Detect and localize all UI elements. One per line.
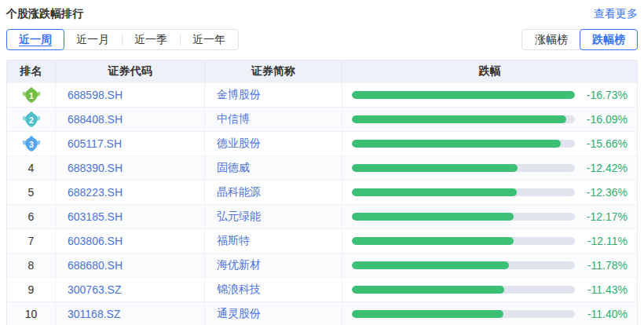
ranking-table: 排名 证券代码 证券简称 跌幅 1 688598.SH 金博股份 -16.73%… <box>6 60 638 325</box>
change-cell: -12.42% <box>342 156 637 180</box>
rank-2-medal-icon: 2 <box>22 111 41 128</box>
table-header-row: 排名 证券代码 证券简称 跌幅 <box>7 60 637 82</box>
stock-code-link[interactable]: 688390.SH <box>68 162 123 174</box>
stock-name-link[interactable]: 海优新材 <box>217 258 261 272</box>
rank-number: 4 <box>28 162 35 174</box>
table-row[interactable]: 6 603185.SH 弘元绿能 -12.17% <box>7 204 637 228</box>
stock-name-link[interactable]: 金博股份 <box>217 88 261 102</box>
rank-cell: 10 <box>7 302 56 325</box>
rank-number: 6 <box>28 210 35 223</box>
tab-last-week[interactable]: 近一周 <box>6 29 64 50</box>
rank-number: 7 <box>28 235 35 247</box>
table-row[interactable]: 4 688390.SH 固德威 -12.42% <box>7 155 637 180</box>
stock-code-link[interactable]: 603806.SH <box>68 235 123 247</box>
name-cell: 弘元绿能 <box>205 205 342 228</box>
decline-bar <box>352 164 518 172</box>
tab-losers[interactable]: 跌幅榜 <box>580 29 638 50</box>
decline-bar-track <box>352 164 575 172</box>
tab-gainers[interactable]: 涨幅榜 <box>522 30 580 49</box>
rank-number: 10 <box>25 308 38 320</box>
rank-cell: 9 <box>7 278 56 301</box>
name-cell: 锦浪科技 <box>205 278 342 301</box>
stock-code-link[interactable]: 603185.SH <box>68 210 123 223</box>
table-row[interactable]: 8 688680.SH 海优新材 -11.78% <box>7 253 637 277</box>
rank-number: 5 <box>28 186 35 199</box>
rank-cell: 3 <box>7 132 56 155</box>
decline-bar <box>352 237 514 245</box>
change-cell: -11.40% <box>342 302 637 325</box>
view-more-link[interactable]: 查看更多 <box>594 7 638 21</box>
stock-code-link[interactable]: 688680.SH <box>68 259 123 272</box>
decline-value: -12.36% <box>575 186 628 199</box>
table-row[interactable]: 2 688408.SH 中信博 -16.09% <box>7 107 637 131</box>
decline-bar-track <box>352 286 575 294</box>
change-cell: -12.36% <box>342 181 637 204</box>
decline-bar-track <box>352 91 575 99</box>
decline-bar <box>352 91 575 99</box>
change-cell: -11.78% <box>342 254 637 277</box>
stock-code-link[interactable]: 688598.SH <box>68 89 123 101</box>
change-cell: -15.66% <box>342 132 637 155</box>
decline-value: -11.78% <box>575 259 628 272</box>
tab-last-quarter[interactable]: 近一季 <box>122 30 180 49</box>
stock-name-link[interactable]: 弘元绿能 <box>217 210 261 224</box>
table-row[interactable]: 3 605117.SH 德业股份 -15.66% <box>7 131 637 155</box>
code-cell: 605117.SH <box>56 132 205 155</box>
column-header-change: 跌幅 <box>342 60 637 82</box>
code-cell: 300763.SZ <box>56 278 205 301</box>
name-cell: 通灵股份 <box>205 302 342 325</box>
decline-value: -16.73% <box>575 89 628 101</box>
decline-bar-track <box>352 213 575 221</box>
decline-bar-track <box>352 261 575 269</box>
name-cell: 海优新材 <box>205 254 342 277</box>
stock-ranking-panel: 个股涨跌幅排行 查看更多 近一周 近一月 近一季 近一年 涨幅榜 跌幅榜 排名 … <box>0 0 644 325</box>
stock-code-link[interactable]: 300763.SZ <box>68 283 122 296</box>
tab-last-month[interactable]: 近一月 <box>64 30 122 49</box>
change-cell: -12.11% <box>342 229 637 253</box>
stock-name-link[interactable]: 福斯特 <box>217 234 250 248</box>
stock-name-link[interactable]: 固德威 <box>217 161 250 175</box>
decline-bar-track <box>352 188 575 196</box>
stock-code-link[interactable]: 605117.SH <box>68 137 122 150</box>
tab-last-year[interactable]: 近一年 <box>180 30 238 49</box>
decline-bar <box>352 213 514 221</box>
table-row[interactable]: 7 603806.SH 福斯特 -12.11% <box>7 228 637 253</box>
stock-name-link[interactable]: 通灵股份 <box>217 307 261 321</box>
stock-name-link[interactable]: 晶科能源 <box>217 185 261 199</box>
code-cell: 688408.SH <box>56 108 205 131</box>
rank-cell: 1 <box>7 83 56 107</box>
decline-value: -12.42% <box>575 162 628 174</box>
table-row[interactable]: 1 688598.SH 金博股份 -16.73% <box>7 82 637 107</box>
stock-name-link[interactable]: 锦浪科技 <box>217 283 261 297</box>
filter-controls: 近一周 近一月 近一季 近一年 涨幅榜 跌幅榜 <box>6 29 638 50</box>
stock-code-link[interactable]: 301168.SZ <box>68 308 120 320</box>
rank-1-medal-icon: 1 <box>22 86 41 104</box>
rank-cell: 8 <box>7 254 56 277</box>
decline-bar <box>352 261 509 269</box>
table-row[interactable]: 9 300763.SZ 锦浪科技 -11.43% <box>7 277 637 301</box>
name-cell: 晶科能源 <box>205 181 342 204</box>
rank-cell: 5 <box>7 181 56 204</box>
decline-bar-track <box>352 115 575 123</box>
code-cell: 688680.SH <box>56 254 205 277</box>
stock-code-link[interactable]: 688408.SH <box>68 113 123 126</box>
decline-bar <box>352 188 517 196</box>
stock-code-link[interactable]: 688223.SH <box>68 186 123 199</box>
code-cell: 688223.SH <box>56 181 205 204</box>
rank-number: 8 <box>28 259 35 272</box>
table-row[interactable]: 5 688223.SH 晶科能源 -12.36% <box>7 180 637 204</box>
table-row[interactable]: 10 301168.SZ 通灵股份 -11.40% <box>7 301 637 325</box>
decline-value: -12.11% <box>575 235 628 247</box>
change-cell: -16.09% <box>342 108 637 131</box>
column-header-rank: 排名 <box>7 60 56 82</box>
name-cell: 固德威 <box>205 156 342 180</box>
rank-cell: 4 <box>7 156 56 180</box>
decline-bar-track <box>352 310 575 318</box>
panel-header: 个股涨跌幅排行 查看更多 <box>0 0 644 21</box>
column-header-name: 证券简称 <box>205 60 342 82</box>
stock-name-link[interactable]: 德业股份 <box>217 137 261 151</box>
decline-bar-track <box>352 140 575 148</box>
code-cell: 603806.SH <box>56 229 205 253</box>
stock-name-link[interactable]: 中信博 <box>217 112 250 126</box>
name-cell: 德业股份 <box>205 132 342 155</box>
